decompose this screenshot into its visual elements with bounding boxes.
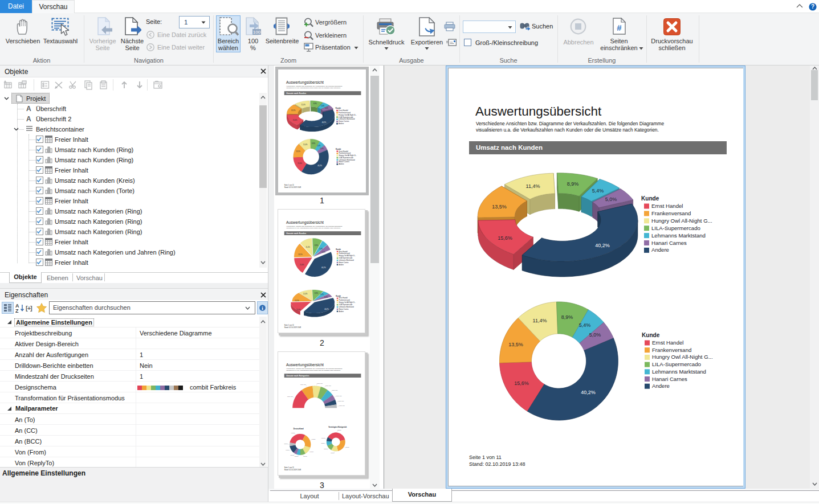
- svg-text:5,4%: 5,4%: [592, 188, 604, 194]
- svg-text:xxxxx xxxx: xxxxx xxxx: [317, 383, 323, 384]
- svg-text:11,4%: 11,4%: [526, 183, 540, 189]
- svg-text:8,9%: 8,9%: [312, 142, 316, 145]
- svg-text:?: ?: [811, 3, 814, 10]
- svg-text:40,2%: 40,2%: [321, 267, 326, 269]
- svg-text:15,6%: 15,6%: [498, 235, 512, 241]
- svg-text:Hanari Carnes: Hanari Carnes: [652, 376, 687, 382]
- svg-text:Andere: Andere: [339, 122, 344, 125]
- svg-text:8,9%: 8,9%: [567, 181, 579, 187]
- svg-text:40,2%: 40,2%: [317, 165, 322, 167]
- svg-text:5,0%: 5,0%: [322, 251, 326, 253]
- svg-text:15,6%: 15,6%: [293, 119, 298, 121]
- svg-text:xxxxxx: xxxxxx: [284, 443, 288, 444]
- svg-text:xxxxxx: xxxxxx: [321, 442, 325, 444]
- svg-text:Ernst Handel: Ernst Handel: [339, 251, 348, 253]
- svg-text:xxxxxx: xxxxxx: [337, 429, 341, 431]
- svg-text:Hanari Carnes: Hanari Carnes: [339, 261, 349, 264]
- svg-text:xxxxxx: xxxxxx: [295, 456, 299, 457]
- svg-text:13,5%: 13,5%: [295, 300, 299, 302]
- svg-text:Kunde: Kunde: [336, 295, 341, 297]
- svg-text:Frankenversand: Frankenversand: [652, 347, 691, 353]
- svg-text:11,4%: 11,4%: [305, 246, 310, 248]
- svg-text:Kunde: Kunde: [642, 332, 660, 338]
- svg-text:xxxxxx: xxxxxx: [324, 448, 328, 449]
- svg-text:15,6%: 15,6%: [300, 264, 304, 266]
- svg-text:Lehmanns Marktstand: Lehmanns Marktstand: [339, 306, 354, 308]
- svg-text:Vereinigtes Königreich: Vereinigtes Königreich: [328, 426, 347, 428]
- svg-text:xxxxxx: xxxxxx: [321, 437, 325, 439]
- svg-text:8,9%: 8,9%: [561, 314, 573, 320]
- svg-text:xxxxxx: xxxxxx: [291, 432, 295, 433]
- svg-text:11,4%: 11,4%: [303, 293, 308, 295]
- svg-text:8,9%: 8,9%: [315, 244, 319, 247]
- svg-text:5,4%: 5,4%: [321, 105, 325, 107]
- svg-text:Ernst Handel: Ernst Handel: [651, 203, 683, 209]
- svg-text:xxxxxx: xxxxxx: [291, 454, 295, 456]
- svg-text:Andere: Andere: [339, 264, 344, 266]
- svg-text:LILA-Supermercado: LILA-Supermercado: [652, 361, 701, 367]
- svg-text:xxxxx xxxx: xxxxx xxxx: [287, 396, 294, 397]
- svg-text:xxxxx xxxx: xxxxx xxxx: [332, 390, 338, 391]
- svg-text:Frankenversand: Frankenversand: [651, 210, 691, 216]
- svg-text:5,0%: 5,0%: [589, 332, 601, 338]
- svg-text:13,5%: 13,5%: [508, 342, 523, 347]
- svg-text:xxxxx xxxx: xxxxx xxxx: [339, 405, 345, 406]
- svg-text:Frankenversand: Frankenversand: [339, 252, 350, 255]
- svg-text:xxxxx xxxx: xxxxx xxxx: [338, 400, 344, 401]
- svg-text:Andere: Andere: [652, 383, 670, 389]
- svg-text:5,4%: 5,4%: [319, 248, 323, 250]
- svg-text:LILA-Supermercado: LILA-Supermercado: [339, 304, 352, 306]
- svg-text:40,2%: 40,2%: [322, 121, 327, 124]
- svg-text:100: 100: [253, 30, 261, 35]
- svg-text:Ernst Handel: Ernst Handel: [652, 339, 683, 346]
- svg-text:13,5%: 13,5%: [298, 253, 303, 256]
- svg-text:11,4%: 11,4%: [301, 104, 305, 106]
- svg-text:Deutschland: Deutschland: [294, 428, 304, 430]
- svg-text:xxxxxx: xxxxxx: [304, 456, 308, 457]
- svg-text:Andere: Andere: [339, 163, 344, 165]
- svg-text:40,2%: 40,2%: [595, 243, 610, 248]
- svg-text:Lehmanns Marktstand: Lehmanns Marktstand: [651, 232, 706, 239]
- svg-text:5,0%: 5,0%: [320, 147, 324, 150]
- svg-text:Lehmanns Marktstand: Lehmanns Marktstand: [652, 368, 706, 375]
- svg-text:xxxxx xxxx: xxxxx xxxx: [336, 395, 343, 396]
- svg-text:xxxxxx: xxxxxx: [286, 449, 290, 450]
- svg-text:LILA-Supermercado: LILA-Supermercado: [651, 225, 700, 231]
- svg-text:11,4%: 11,4%: [533, 318, 547, 323]
- svg-text:Kunde: Kunde: [641, 195, 659, 202]
- svg-text:#: #: [617, 23, 622, 32]
- svg-text:Hungry Owl All-Night G...: Hungry Owl All-Night G...: [651, 218, 712, 224]
- svg-text:Hanari Carnes: Hanari Carnes: [339, 308, 349, 310]
- svg-text:Hanari Carnes: Hanari Carnes: [651, 240, 687, 246]
- svg-text:15,6%: 15,6%: [296, 309, 301, 311]
- svg-text:xxxxx xxxx: xxxxx xxxx: [300, 384, 307, 385]
- svg-text:5,0%: 5,0%: [324, 296, 328, 298]
- svg-text:xxxxxx: xxxxxx: [312, 439, 316, 440]
- svg-text:5,0%: 5,0%: [605, 196, 617, 202]
- svg-text:xxxxx xxxx: xxxxx xxxx: [325, 385, 332, 386]
- svg-text:Andere: Andere: [339, 310, 344, 313]
- svg-text:xxxxxx: xxxxxx: [310, 451, 314, 452]
- svg-text:11,4%: 11,4%: [303, 144, 308, 146]
- svg-text:xxxxxx: xxxxxx: [331, 452, 335, 453]
- svg-text:5,0%: 5,0%: [325, 107, 329, 109]
- svg-text:Z: Z: [15, 308, 19, 313]
- svg-text:13,5%: 13,5%: [291, 109, 296, 112]
- svg-text:40,2%: 40,2%: [324, 308, 329, 310]
- svg-text:15,6%: 15,6%: [298, 162, 302, 165]
- svg-text:8,9%: 8,9%: [315, 292, 319, 294]
- svg-text:13,5%: 13,5%: [492, 204, 507, 210]
- svg-text:Hungry Owl All-Night G...: Hungry Owl All-Night G...: [339, 301, 356, 304]
- svg-text:Frankenversand: Frankenversand: [339, 299, 350, 301]
- svg-text:40,2%: 40,2%: [581, 390, 596, 395]
- svg-text:5,4%: 5,4%: [579, 322, 591, 328]
- svg-text:Ernst Handel: Ernst Handel: [339, 297, 348, 299]
- svg-text:15,6%: 15,6%: [514, 380, 529, 386]
- svg-text:Hungry Owl All-Night G...: Hungry Owl All-Night G...: [652, 354, 713, 360]
- svg-text:5,4%: 5,4%: [317, 145, 321, 147]
- svg-text:Kunde: Kunde: [336, 248, 341, 251]
- svg-text:5,4%: 5,4%: [320, 293, 324, 296]
- svg-text:Andere: Andere: [651, 247, 669, 253]
- svg-text:LILA-Supermercado: LILA-Supermercado: [339, 257, 352, 259]
- svg-text:8,9%: 8,9%: [313, 103, 317, 105]
